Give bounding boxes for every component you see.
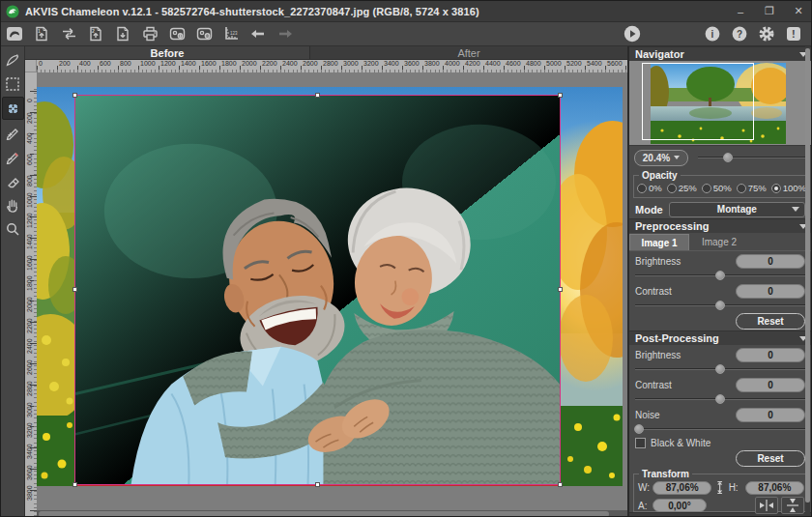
fragment-image[interactable]	[74, 95, 561, 485]
pre-brightness-value[interactable]: 0	[736, 254, 805, 269]
zoom-tool[interactable]	[2, 217, 24, 241]
preprocessing-header[interactable]: Preprocessing	[629, 218, 812, 233]
pre-contrast-slider[interactable]	[635, 300, 805, 311]
post-brightness-slider-thumb[interactable]	[715, 364, 725, 374]
redo-button[interactable]	[273, 23, 298, 44]
pre-brightness-slider[interactable]	[635, 270, 805, 281]
opacity-radio-0[interactable]: 0%	[637, 183, 662, 193]
hruler-label: 0	[39, 60, 43, 67]
maximize-button[interactable]: ❐	[755, 1, 784, 21]
navigator-thumbnail[interactable]	[651, 63, 786, 144]
handle-top-middle[interactable]	[315, 93, 320, 98]
save-project-button[interactable]	[191, 23, 217, 44]
zoom-slider[interactable]	[698, 152, 805, 163]
tab-image-1[interactable]: Image 1	[629, 234, 689, 250]
postprocessing-reset-button[interactable]: Reset	[736, 450, 805, 467]
pre-contrast-slider-thumb[interactable]	[715, 301, 725, 310]
opacity-radio-25[interactable]: 25%	[667, 183, 697, 193]
opacity-radio-50[interactable]: 50%	[702, 183, 732, 193]
help-button[interactable]: ?	[727, 23, 752, 44]
mode-dropdown[interactable]: Montage	[669, 202, 805, 217]
svg-text:1: 1	[38, 28, 41, 34]
link-wh-icon[interactable]	[715, 480, 724, 495]
chameleon-logo-icon[interactable]	[2, 23, 27, 44]
radio-icon	[667, 184, 677, 193]
angle-field[interactable]: 0,00°	[652, 499, 707, 512]
eraser-tool[interactable]	[2, 169, 24, 192]
opacity-radio-100[interactable]: 100%	[771, 183, 806, 193]
checkbox-icon[interactable]	[635, 438, 646, 448]
flip-horizontal-button[interactable]	[755, 497, 778, 514]
horizontal-scrollbar[interactable]	[37, 510, 627, 517]
transform-tool[interactable]	[2, 97, 24, 120]
zoom-dropdown[interactable]: 20.4%	[634, 150, 688, 166]
hruler-label: 5400	[587, 60, 602, 67]
post-brightness-value[interactable]: 0	[736, 348, 805, 362]
smudge-tool[interactable]	[2, 48, 24, 72]
pre-brightness-slider-thumb[interactable]	[715, 271, 725, 280]
handle-top-right[interactable]	[558, 93, 563, 98]
navigator-header[interactable]: Navigator	[629, 46, 812, 61]
cut-pencil-tool[interactable]	[2, 145, 24, 168]
canvas-viewport[interactable]	[37, 72, 627, 517]
preprocessing-reset-button[interactable]: Reset	[736, 313, 805, 330]
zoom-slider-thumb[interactable]	[723, 153, 733, 162]
tab-before[interactable]: Before	[25, 46, 310, 59]
hruler-label: 4800	[526, 60, 541, 67]
info-button[interactable]: i	[700, 23, 725, 44]
flip-vertical-button[interactable]	[781, 497, 804, 514]
pre-brightness-label: Brightness	[635, 256, 681, 267]
handle-middle-right[interactable]	[558, 287, 563, 292]
tab-after[interactable]: After	[310, 46, 627, 59]
mode-row: Mode Montage	[629, 198, 812, 218]
vruler-label: 2400	[26, 339, 33, 355]
load-project-button[interactable]	[164, 23, 189, 44]
hand-tool[interactable]	[2, 193, 24, 216]
vruler-label: 3800	[26, 486, 33, 502]
horizontal-scrollbar-thumb[interactable]	[39, 511, 609, 517]
minimize-button[interactable]: –	[726, 1, 755, 21]
undo-button[interactable]	[246, 23, 271, 44]
settings-gear-button[interactable]	[754, 23, 779, 44]
handle-bottom-left[interactable]	[72, 482, 77, 487]
post-contrast-slider-thumb[interactable]	[715, 394, 725, 404]
keep-pencil-tool[interactable]	[2, 121, 24, 144]
selection-tool[interactable]	[2, 72, 24, 96]
panel-scrollbar-thumb[interactable]	[805, 48, 810, 503]
post-brightness-row: Brightness 0	[629, 345, 812, 362]
title-bar: AKVIS Chameleon v.12.1 - 582572764-shutt…	[1, 1, 812, 22]
noise-slider[interactable]	[635, 423, 805, 435]
open-image-2-button[interactable]: 2	[83, 23, 108, 44]
handle-bottom-right[interactable]	[558, 482, 563, 487]
handle-middle-left[interactable]	[72, 287, 77, 292]
print-button[interactable]	[137, 23, 162, 44]
save-image-button[interactable]	[110, 23, 135, 44]
open-image-1-button[interactable]: 1	[29, 23, 54, 44]
vruler-label: 1200	[26, 214, 33, 229]
close-button[interactable]: ✕	[784, 1, 812, 21]
width-field[interactable]: 87,06%	[652, 481, 711, 495]
app-logo-icon	[6, 5, 19, 18]
hruler-label: 2200	[262, 60, 277, 67]
about-news-button[interactable]: !	[781, 23, 806, 44]
opacity-radio-75[interactable]: 75%	[737, 183, 767, 193]
post-contrast-row: Contrast 0	[629, 375, 812, 392]
post-contrast-value[interactable]: 0	[736, 378, 805, 392]
vruler-label: 3000	[26, 402, 33, 417]
panel-scrollbar[interactable]	[805, 46, 810, 517]
noise-value[interactable]: 0	[736, 408, 805, 422]
tab-image-2[interactable]: Image 2	[689, 234, 749, 250]
post-contrast-slider[interactable]	[635, 393, 805, 405]
post-brightness-slider[interactable]	[635, 363, 805, 375]
noise-slider-thumb[interactable]	[634, 424, 644, 434]
run-button[interactable]	[620, 23, 645, 44]
pre-contrast-value[interactable]: 0	[736, 284, 805, 299]
post-brightness-label: Brightness	[635, 350, 681, 360]
handle-bottom-middle[interactable]	[315, 482, 320, 487]
hruler-label: 1400	[181, 60, 196, 67]
handle-top-left[interactable]	[72, 93, 77, 98]
height-field[interactable]: 87,06%	[745, 481, 804, 495]
postprocessing-header[interactable]: Post-Processing	[629, 330, 812, 345]
preferences-ruler-button[interactable]: 123	[218, 23, 244, 44]
swap-images-button[interactable]	[56, 23, 81, 44]
